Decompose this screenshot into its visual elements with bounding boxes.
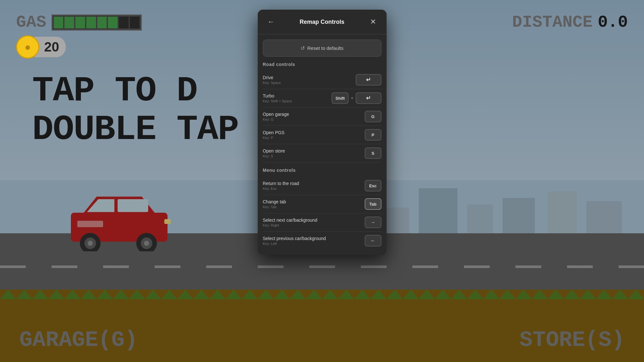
prev-car-info: Select previous car/background Key: Left [263, 236, 365, 246]
open-store-key-hint: Key: S [263, 154, 365, 158]
modal-body: ↺ Reset to defaults Road controls Drive … [258, 34, 387, 255]
change-tab-key-hint: Key: Tab [263, 205, 365, 209]
open-garage-control-row: Open garage Key: G G [263, 107, 381, 126]
open-pgs-key-button[interactable]: P [365, 129, 381, 141]
road-controls-heading: Road controls [263, 62, 381, 67]
next-car-keys: → [365, 217, 381, 228]
change-tab-info: Change tab Key: Tab [263, 199, 365, 209]
turbo-name: Turbo [263, 93, 332, 98]
drive-keys: ↵ [356, 74, 381, 86]
open-store-name: Open store [263, 148, 365, 153]
reset-icon: ↺ [301, 45, 305, 51]
modal-overlay: ← Remap Controls ✕ ↺ Reset to defaults R… [0, 0, 644, 362]
reset-to-defaults-button[interactable]: ↺ Reset to defaults [263, 40, 381, 57]
open-store-key-button[interactable]: S [365, 147, 381, 159]
return-road-keys: Esc [365, 180, 381, 191]
change-tab-keys: Tab [365, 198, 381, 210]
menu-controls-heading: Menu controls [263, 168, 381, 173]
drive-key-hint: Key: Space [263, 81, 356, 85]
turbo-info: Turbo Key: Shift + Space [263, 93, 332, 103]
modal-title: Remap Controls [277, 19, 367, 25]
prev-car-name: Select previous car/background [263, 236, 365, 241]
open-store-info: Open store Key: S [263, 148, 365, 158]
turbo-key-hint: Key: Shift + Space [263, 99, 332, 103]
next-car-control-row: Select next car/background Key: Right → [263, 213, 381, 232]
next-car-name: Select next car/background [263, 218, 365, 223]
modal-close-button[interactable]: ✕ [367, 16, 379, 28]
turbo-plus: + [351, 95, 353, 101]
open-garage-key-button[interactable]: G [365, 111, 381, 122]
remap-controls-modal: ← Remap Controls ✕ ↺ Reset to defaults R… [258, 10, 387, 255]
open-store-keys: S [365, 147, 381, 159]
coin-icon: ● [16, 35, 39, 59]
turbo-shift-button[interactable]: Shift [332, 92, 349, 104]
turbo-keys: Shift + ↵ [332, 92, 381, 104]
open-garage-name: Open garage [263, 112, 365, 117]
change-tab-control-row: Change tab Key: Tab Tab [263, 195, 381, 213]
return-road-control-row: Return to the road Key: Esc Esc [263, 177, 381, 195]
drive-name: Drive [263, 75, 356, 80]
open-pgs-control-row: Open PGS Key: P P [263, 126, 381, 144]
return-road-info: Return to the road Key: Esc [263, 181, 365, 190]
open-pgs-info: Open PGS Key: P [263, 130, 365, 140]
prev-car-key-hint: Key: Left [263, 242, 365, 246]
return-road-name: Return to the road [263, 181, 365, 186]
modal-header: ← Remap Controls ✕ [258, 10, 387, 34]
open-garage-info: Open garage Key: G [263, 112, 365, 121]
next-car-key-hint: Key: Right [263, 223, 365, 227]
turbo-control-row: Turbo Key: Shift + Space Shift + ↵ [263, 89, 381, 107]
prev-car-control-row: Select previous car/background Key: Left… [263, 232, 381, 250]
change-tab-key-button[interactable]: Tab [365, 198, 381, 210]
open-garage-keys: G [365, 111, 381, 122]
reset-label: Reset to defaults [307, 45, 344, 51]
game-background: GAS ● 20 DISTANCE 0.0 TAP TO D DOUBLE TA… [0, 0, 644, 362]
prev-car-key-button[interactable]: ← [365, 235, 381, 246]
open-pgs-name: Open PGS [263, 130, 365, 135]
open-store-control-row: Open store Key: S S [263, 144, 381, 162]
turbo-space-button[interactable]: ↵ [356, 92, 381, 104]
return-road-key-button[interactable]: Esc [365, 180, 381, 191]
drive-control-row: Drive Key: Space ↵ [263, 71, 381, 89]
open-pgs-keys: P [365, 129, 381, 141]
drive-info: Drive Key: Space [263, 75, 356, 85]
next-car-key-button[interactable]: → [365, 217, 381, 228]
modal-back-button[interactable]: ← [265, 16, 277, 28]
open-garage-key-hint: Key: G [263, 117, 365, 121]
next-car-info: Select next car/background Key: Right [263, 218, 365, 227]
change-tab-name: Change tab [263, 199, 365, 204]
return-road-key-hint: Key: Esc [263, 187, 365, 190]
prev-car-keys: ← [365, 235, 381, 246]
open-pgs-key-hint: Key: P [263, 136, 365, 140]
drive-key-button[interactable]: ↵ [356, 74, 381, 86]
